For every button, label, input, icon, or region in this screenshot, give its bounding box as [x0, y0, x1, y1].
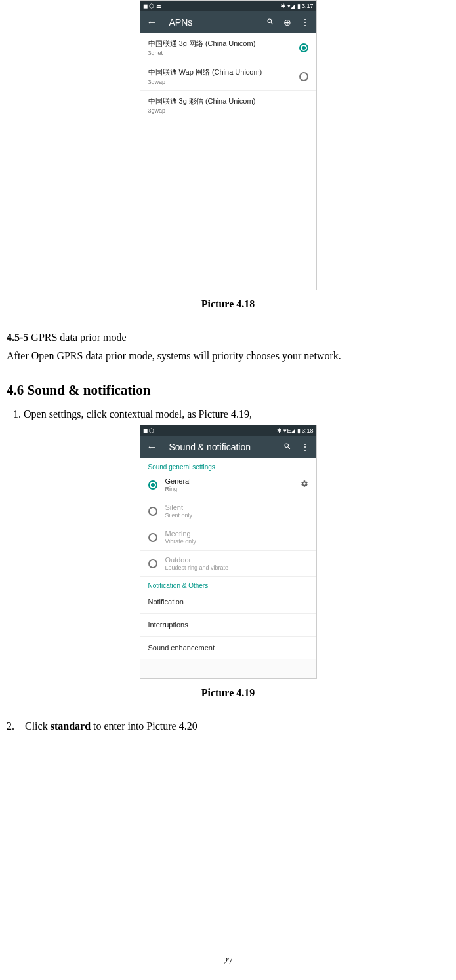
profile-sub: Vibrate only: [165, 538, 308, 545]
apn-sub: 3gwap: [148, 108, 308, 114]
item-sound-enhancement[interactable]: Sound enhancement: [140, 637, 316, 659]
profile-title: Silent: [165, 503, 308, 511]
more-icon[interactable]: ⋮: [301, 17, 310, 28]
figure-caption: Picture 4.18: [7, 298, 449, 310]
status-icons: ✱ ▾◢ ▮: [281, 3, 301, 9]
more-icon[interactable]: ⋮: [301, 442, 310, 452]
apn-item[interactable]: 中国联通 3g 网络 (China Unicom) 3gnet: [140, 33, 316, 62]
gear-icon[interactable]: [301, 480, 308, 490]
profile-sub: Silent only: [165, 512, 308, 519]
appbar-title: Sound & notification: [169, 442, 272, 452]
profile-title: Meeting: [165, 530, 308, 538]
section-header: Notification & Others: [140, 577, 316, 591]
appbar-title: APNs: [169, 17, 255, 28]
item-notification[interactable]: Notification: [140, 591, 316, 614]
status-bar: ◼ ⬡ ✱ ▾E◢ ▮ 3:18: [140, 425, 316, 436]
status-icons: ✱ ▾E◢ ▮: [277, 427, 301, 434]
step-number: 2.: [7, 718, 25, 734]
gprs-body: After Open GPRS data prior mode, systems…: [7, 348, 449, 364]
status-right: ✱ ▾E◢ ▮ 3:18: [277, 427, 314, 434]
status-left-icons: ◼ ⬡ ⏏: [143, 3, 162, 9]
back-icon[interactable]: ←: [147, 16, 157, 28]
screenshot-sound: ◼ ⬡ ✱ ▾E◢ ▮ 3:18 ← Sound & notification …: [140, 425, 317, 679]
apn-item[interactable]: 中国联通 Wap 网络 (China Unicom) 3gwap: [140, 62, 316, 91]
profile-title: General: [165, 477, 293, 485]
radio-selected[interactable]: [299, 43, 308, 52]
status-right: ✱ ▾◢ ▮ 3:17: [281, 3, 314, 9]
apn-list: 中国联通 3g 网络 (China Unicom) 3gnet 中国联通 Wap…: [140, 33, 316, 119]
appbar-actions: ⊕ ⋮: [266, 17, 310, 28]
status-left-icons: ◼ ⬡: [143, 427, 155, 434]
profile-title: Outdoor: [165, 556, 308, 564]
apn-item[interactable]: 中国联通 3g 彩信 (China Unicom) 3gwap: [140, 91, 316, 119]
search-icon[interactable]: [283, 442, 291, 452]
radio-unselected[interactable]: [148, 533, 157, 542]
step-pre: Click: [25, 720, 51, 732]
blank-area: [140, 659, 316, 678]
profile-sub: Ring: [165, 486, 293, 492]
profile-silent[interactable]: Silent Silent only: [140, 498, 316, 524]
profile-meeting[interactable]: Meeting Vibrate only: [140, 524, 316, 551]
apn-sub: 3gwap: [148, 79, 299, 85]
apn-title: 中国联通 Wap 网络 (China Unicom): [148, 68, 299, 77]
figure-caption: Picture 4.19: [7, 687, 449, 699]
apn-title: 中国联通 3g 网络 (China Unicom): [148, 39, 299, 49]
section-title: GPRS data prior mode: [28, 332, 126, 343]
apn-title: 中国联通 3g 彩信 (China Unicom): [148, 96, 308, 106]
radio-unselected[interactable]: [299, 72, 308, 81]
app-bar: ← APNs ⊕ ⋮: [140, 11, 316, 33]
profile-general[interactable]: General Ring: [140, 472, 316, 498]
add-icon[interactable]: ⊕: [283, 17, 291, 28]
section-number: 4.5-5: [7, 332, 28, 343]
step-1: 1. Open settings, click contextual model…: [13, 406, 449, 422]
app-bar: ← Sound & notification ⋮: [140, 436, 316, 458]
search-icon[interactable]: [266, 17, 274, 28]
heading-4-6: 4.6 Sound & notification: [7, 382, 449, 399]
radio-unselected[interactable]: [148, 559, 157, 568]
profile-outdoor[interactable]: Outdoor Loudest ring and vibrate: [140, 551, 316, 577]
radio-selected[interactable]: [148, 480, 157, 490]
radio-unselected[interactable]: [148, 507, 157, 516]
apn-sub: 3gnet: [148, 50, 299, 56]
back-icon[interactable]: ←: [147, 441, 157, 453]
screenshot-apns: ◼ ⬡ ⏏ ✱ ▾◢ ▮ 3:17 ← APNs ⊕ ⋮ 中国联通 3g 网络 …: [140, 0, 317, 290]
status-time: 3:17: [302, 3, 314, 9]
page-number: 27: [0, 956, 456, 967]
blank-area: [140, 119, 316, 290]
item-interruptions[interactable]: Interruptions: [140, 614, 316, 637]
step-post: to enter into Picture 4.20: [91, 720, 197, 732]
step-2: 2.Click standard to enter into Picture 4…: [7, 718, 449, 734]
section-4-5-5: 4.5-5 GPRS data prior mode: [7, 330, 449, 345]
status-time: 3:18: [302, 427, 314, 434]
status-bar: ◼ ⬡ ⏏ ✱ ▾◢ ▮ 3:17: [140, 1, 316, 11]
appbar-actions: ⋮: [283, 442, 310, 452]
step-bold: standard: [51, 720, 91, 732]
section-header: Sound general settings: [140, 458, 316, 472]
profile-sub: Loudest ring and vibrate: [165, 564, 308, 571]
